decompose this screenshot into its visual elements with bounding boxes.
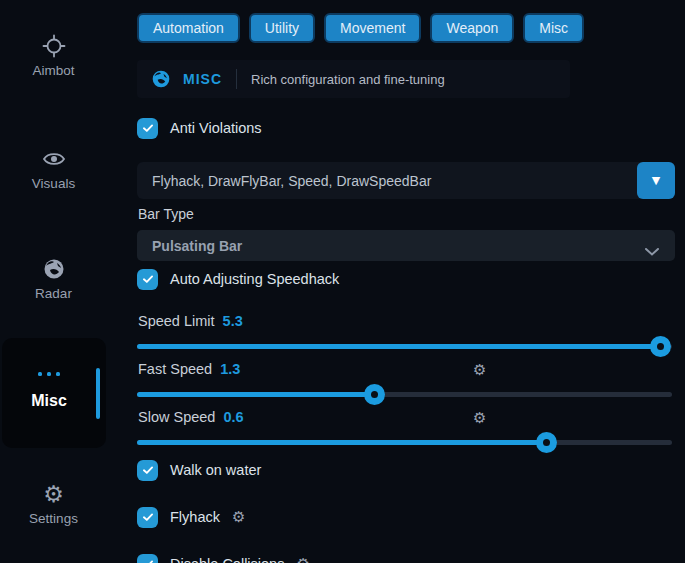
- checkbox-row-disable-collisions[interactable]: Disable Collisions ⚙: [137, 553, 310, 563]
- section-subtitle: Rich configuration and fine-tuning: [251, 72, 445, 87]
- fast-speed-slider[interactable]: [137, 384, 672, 405]
- slider-value: 5.3: [223, 313, 243, 329]
- checkbox-checked-icon[interactable]: [137, 118, 158, 139]
- section-title: MISC: [183, 71, 222, 87]
- multiselect-value: Flyhack, DrawFlyBar, Speed, DrawSpeedBar: [137, 173, 431, 189]
- checkbox-label: Flyhack: [170, 509, 220, 525]
- sidebar-item-label: Settings: [29, 511, 78, 526]
- tab-weapon[interactable]: Weapon: [430, 13, 514, 43]
- fast-speed-label: Fast Speed 1.3: [138, 361, 240, 377]
- gear-icon[interactable]: ⚙: [232, 509, 245, 525]
- sidebar-item-label: Misc: [2, 392, 96, 410]
- speed-limit-slider[interactable]: [137, 336, 672, 357]
- checkbox-row-walk-on-water[interactable]: Walk on water: [137, 459, 261, 481]
- sidebar-item-label: Visuals: [32, 176, 75, 191]
- ellipsis-icon: [2, 372, 96, 376]
- tab-bar: Automation Utility Movement Weapon Misc: [137, 13, 584, 43]
- tab-movement[interactable]: Movement: [324, 13, 421, 43]
- gear-icon[interactable]: ⚙: [296, 556, 309, 563]
- slider-value: 1.3: [220, 361, 240, 377]
- slow-speed-slider[interactable]: [137, 432, 672, 453]
- sidebar-item-settings[interactable]: ⚙ Settings: [0, 482, 107, 526]
- slider-label-text: Speed Limit: [138, 313, 215, 329]
- globe-icon: [42, 257, 66, 281]
- checkbox-label: Disable Collisions: [170, 556, 284, 563]
- sidebar-item-misc[interactable]: Misc: [2, 338, 106, 448]
- chevron-down-icon: [645, 242, 659, 260]
- slider-label-text: Fast Speed: [138, 361, 212, 377]
- sidebar-item-label: Radar: [35, 286, 72, 301]
- select-value: Pulsating Bar: [137, 238, 242, 254]
- speed-limit-label: Speed Limit 5.3: [138, 313, 243, 329]
- checkbox-row-auto-adjusting-speedhack[interactable]: Auto Adjusting Speedhack: [137, 268, 339, 290]
- sidebar-item-aimbot[interactable]: Aimbot: [0, 34, 107, 78]
- slider-label-text: Slow Speed: [138, 409, 215, 425]
- gear-icon: ⚙: [42, 482, 66, 506]
- sidebar-item-label: Aimbot: [32, 63, 74, 78]
- sidebar-item-radar[interactable]: Radar: [0, 257, 107, 301]
- slider-fill: [137, 440, 546, 445]
- mod-menu-window: Aimbot Visuals Radar Misc ⚙: [0, 0, 685, 563]
- bar-type-label: Bar Type: [138, 206, 194, 222]
- checkbox-label: Walk on water: [170, 462, 261, 478]
- checkbox-row-anti-violations[interactable]: Anti Violations: [137, 117, 262, 139]
- checkbox-checked-icon[interactable]: [137, 507, 158, 528]
- tab-utility[interactable]: Utility: [249, 13, 315, 43]
- checkbox-row-flyhack[interactable]: Flyhack ⚙: [137, 506, 245, 528]
- slider-handle[interactable]: [650, 336, 671, 357]
- slow-speed-label: Slow Speed 0.6: [138, 409, 244, 425]
- checkbox-checked-icon[interactable]: [137, 269, 158, 290]
- checkbox-label: Auto Adjusting Speedhack: [170, 271, 339, 287]
- sidebar-item-visuals[interactable]: Visuals: [0, 147, 107, 191]
- section-header: MISC Rich configuration and fine-tuning: [137, 60, 570, 98]
- bar-type-select[interactable]: Pulsating Bar: [137, 230, 675, 261]
- globe-icon: [151, 69, 171, 89]
- triangle-down-icon: ▼: [652, 174, 660, 187]
- tab-automation[interactable]: Automation: [137, 13, 240, 43]
- checkbox-label: Anti Violations: [170, 120, 262, 136]
- active-indicator: [96, 368, 100, 419]
- crosshair-icon: [42, 34, 66, 58]
- slider-fill: [137, 344, 660, 349]
- tab-misc[interactable]: Misc: [523, 13, 584, 43]
- slider-handle[interactable]: [364, 384, 385, 405]
- gear-icon[interactable]: ⚙: [473, 362, 486, 378]
- checkbox-checked-icon[interactable]: [137, 460, 158, 481]
- checkbox-checked-icon[interactable]: [137, 554, 158, 563]
- slider-value: 0.6: [223, 409, 243, 425]
- eye-icon: [42, 147, 66, 171]
- gear-icon[interactable]: ⚙: [473, 410, 486, 426]
- divider: [236, 69, 237, 89]
- slider-fill: [137, 392, 374, 397]
- dropdown-open-button[interactable]: ▼: [637, 162, 675, 199]
- slider-handle[interactable]: [536, 432, 557, 453]
- feature-multiselect[interactable]: Flyhack, DrawFlyBar, Speed, DrawSpeedBar…: [137, 162, 675, 199]
